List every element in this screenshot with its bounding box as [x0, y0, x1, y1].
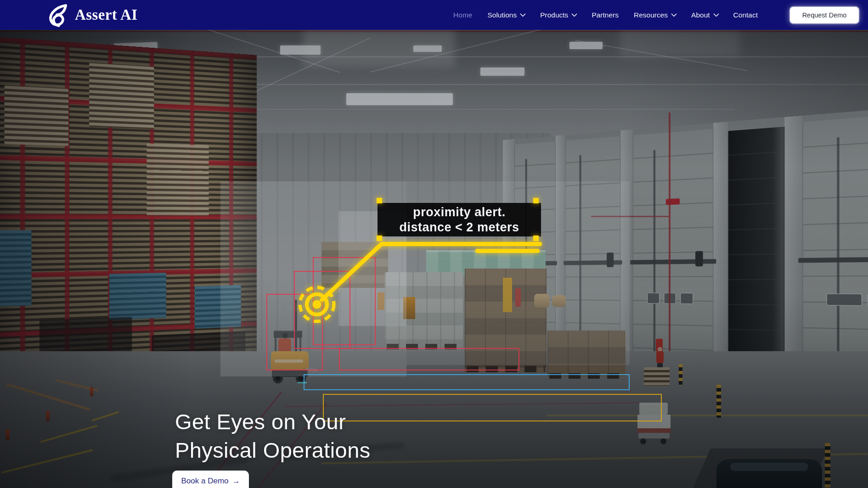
detection-tick-cyan — [298, 382, 307, 383]
main-nav: Home Solutions Products Partners Resourc… — [453, 7, 859, 23]
nav-label: Partners — [592, 11, 619, 19]
nav-item-home[interactable]: Home — [453, 11, 472, 19]
nav-label: Solutions — [487, 11, 517, 19]
proximity-alert-box: proximity alert. distance < 2 meters — [378, 203, 541, 236]
assert-ai-logo-icon — [45, 3, 72, 27]
chevron-down-icon — [713, 11, 719, 17]
alert-text-line1: proximity alert. — [378, 205, 541, 220]
nav-label: Contact — [733, 11, 758, 19]
detection-box-red — [339, 348, 519, 370]
nav-label: Resources — [634, 11, 668, 19]
hero-section: proximity alert. distance < 2 meters — [0, 30, 868, 488]
nav-item-about[interactable]: About — [691, 11, 718, 19]
nav-item-solutions[interactable]: Solutions — [487, 11, 525, 19]
brand-logo[interactable]: Assert AI — [45, 3, 138, 27]
detection-box-yellow — [323, 394, 662, 421]
alert-text-line2: distance < 2 meters — [378, 220, 541, 235]
nav-item-partners[interactable]: Partners — [592, 11, 619, 19]
hero-heading-line1: Get Eyes on Your — [175, 408, 371, 436]
nav-item-resources[interactable]: Resources — [634, 11, 676, 19]
nav-item-products[interactable]: Products — [540, 11, 576, 19]
hero-heading-line2: Physical Operations — [175, 436, 371, 465]
nav-label: Products — [540, 11, 568, 19]
chevron-down-icon — [572, 11, 578, 17]
nav-label: Home — [453, 11, 472, 19]
chevron-down-icon — [520, 11, 526, 17]
nav-item-contact[interactable]: Contact — [733, 11, 758, 19]
request-demo-button[interactable]: Request Demo — [790, 7, 859, 23]
hero-heading: Get Eyes on Your Physical Operations — [175, 408, 371, 465]
book-demo-label: Book a Demo — [181, 477, 229, 488]
detection-box-red — [313, 257, 376, 345]
navbar: Assert AI Home Solutions Products Partne… — [0, 0, 868, 30]
nav-label: About — [691, 11, 710, 19]
assert-ai-landing-page: Assert AI Home Solutions Products Partne… — [0, 0, 868, 488]
book-demo-button[interactable]: Book a Demo → — [172, 471, 249, 488]
chevron-down-icon — [671, 11, 677, 17]
brand-name: Assert AI — [75, 6, 138, 23]
detection-box-blue — [304, 374, 630, 390]
arrow-right-icon: → — [232, 477, 240, 488]
